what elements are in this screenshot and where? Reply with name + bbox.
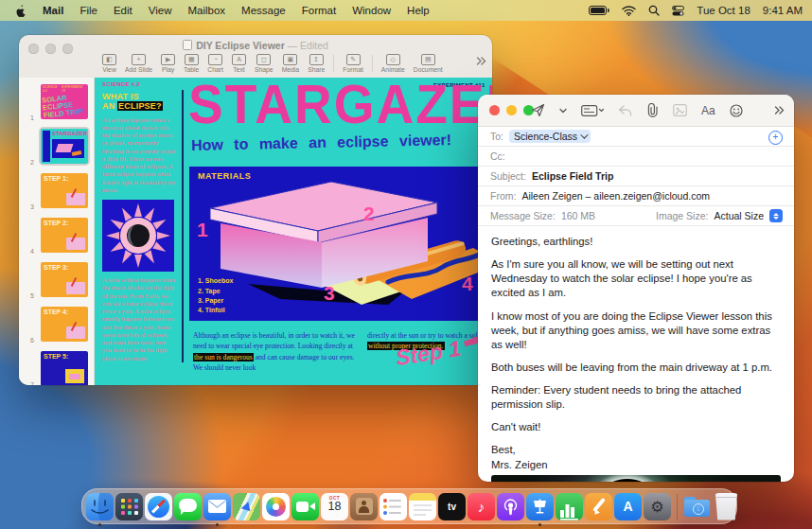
materials-callout-1: 1 [197, 219, 208, 241]
dock-icon-system-settings[interactable]: ⚙ [644, 493, 671, 520]
dock-icon-notes[interactable] [409, 493, 436, 520]
format-aa-icon[interactable]: Aa [701, 104, 715, 117]
close-button[interactable] [489, 105, 500, 115]
to-label: To: [490, 131, 503, 142]
add-recipient-button[interactable]: + [768, 131, 783, 145]
toolbar-text-button[interactable]: AText [232, 54, 246, 73]
dock: OCT18 tv ♪ A ⚙ ↓ [81, 488, 737, 524]
menu-bar-date[interactable]: Tue Oct 18 [697, 5, 750, 16]
body-paragraph: Can't wait! [491, 420, 781, 434]
insert-photo-icon[interactable] [673, 104, 687, 116]
eclipse-photo-attachment[interactable] [491, 475, 781, 482]
dock-icon-contacts[interactable] [350, 493, 378, 520]
message-body[interactable]: Greetings, earthlings! As I'm sure you a… [478, 226, 794, 472]
cc-label: Cc: [490, 150, 505, 162]
toolbar-format-button[interactable]: ✎Format [343, 54, 363, 73]
menu-item-file[interactable]: File [79, 5, 97, 16]
send-icon[interactable] [531, 103, 545, 117]
toolbar-document-button[interactable]: ▤Document [414, 54, 443, 73]
toolbar-shape-button[interactable]: ◻Shape [255, 54, 274, 73]
menu-item-message[interactable]: Message [241, 5, 286, 16]
dock-icon-music[interactable]: ♪ [468, 493, 495, 520]
chevron-down-icon [580, 131, 588, 138]
toolbar-chart-button[interactable]: ◔Chart [207, 54, 223, 73]
header-fields-icon[interactable] [581, 105, 604, 116]
toolbar-view-button[interactable]: ◧View [102, 54, 116, 73]
to-field[interactable]: To: Science-Class + [478, 127, 794, 147]
toolbar-add-slide-button[interactable]: +Add Slide [125, 54, 152, 73]
menu-item-edit[interactable]: Edit [114, 5, 132, 16]
play-icon: ▶ [161, 54, 175, 65]
slide-thumbnail-2[interactable]: STARGAZER [41, 129, 88, 164]
slide-thumbnail-7[interactable]: STEP 5: [41, 351, 88, 385]
dock-icon-keynote[interactable] [526, 493, 554, 520]
to-recipient-token[interactable]: Science-Class [509, 130, 591, 144]
menu-bar: Mail File Edit View Mailbox Message Form… [0, 0, 812, 21]
dock-icon-calendar[interactable]: OCT18 [321, 493, 348, 520]
materials-illustration [189, 167, 492, 321]
dock-icon-podcasts[interactable] [497, 493, 524, 520]
window-controls [489, 105, 534, 115]
message-size-value: 160 MB [561, 210, 595, 221]
keynote-window: DIY Eclipse Viewer — Edited ◧View +Add S… [19, 35, 492, 385]
slide-tag-science: SCIENCE 4.2 [102, 81, 140, 87]
slide-thumbnail-5[interactable]: STEP 3: [41, 262, 88, 297]
slide-number: 5 [25, 292, 34, 299]
menu-item-mail[interactable]: Mail [43, 5, 63, 16]
menu-item-format[interactable]: Format [302, 5, 336, 16]
slide-number: 4 [25, 248, 34, 255]
menu-item-window[interactable]: Window [352, 5, 391, 16]
slide-left-column: WHAT IS AN ECLIPSE? An eclipse happens w… [102, 92, 176, 362]
dock-icon-trash[interactable] [713, 493, 740, 520]
toolbar-play-button[interactable]: ▶Play [161, 54, 175, 73]
toolbar-table-button[interactable]: ▦Table [184, 54, 199, 73]
attach-icon[interactable] [646, 103, 659, 117]
slide-thumbnail-1[interactable]: SCIENCE 4.2EXPERIMENT #9 SOLAR ECLIPSE F… [41, 84, 88, 119]
dock-icon-reminders[interactable] [380, 493, 407, 520]
from-field[interactable]: From: Aileen Zeigen – aileen.zeigen@iclo… [478, 186, 794, 206]
selected-slide-highlight: STARGAZER [39, 127, 90, 166]
slide-thumbnail-6[interactable]: STEP 4: [41, 307, 88, 342]
body-paragraph: Both buses will be leaving from the main… [491, 361, 781, 375]
menu-item-view[interactable]: View [149, 5, 172, 16]
menu-bar-time[interactable]: 9:41 AM [763, 5, 803, 16]
dock-icon-finder[interactable] [86, 493, 114, 520]
dock-icon-mail[interactable] [203, 493, 231, 520]
dock-icon-safari[interactable] [145, 493, 172, 520]
minimize-button[interactable] [506, 105, 517, 115]
slide-thumbnail-3[interactable]: STEP 1: [41, 173, 88, 208]
menu-item-mailbox[interactable]: Mailbox [187, 5, 225, 16]
reply-icon[interactable] [618, 105, 632, 116]
dock-icon-app-store[interactable]: A [614, 493, 642, 520]
control-center-icon[interactable] [672, 6, 684, 16]
dock-icon-launchpad[interactable] [115, 493, 143, 520]
wifi-icon[interactable] [622, 6, 636, 16]
battery-icon[interactable] [589, 6, 609, 15]
slide-thumbnail-4[interactable]: STEP 2: [41, 218, 88, 253]
dock-icon-apple-tv[interactable]: tv [438, 493, 466, 520]
toolbar-animate-button[interactable]: ◇Animate [381, 54, 405, 73]
dock-icon-photos[interactable] [262, 493, 290, 520]
emoji-icon[interactable] [730, 104, 743, 117]
dock-icon-messages[interactable] [174, 493, 202, 520]
more-chevrons-icon[interactable] [774, 106, 785, 115]
chevron-down-icon[interactable] [559, 108, 567, 114]
apple-menu-icon[interactable] [14, 4, 26, 18]
dock-icon-facetime[interactable] [291, 493, 319, 520]
image-size-label: Image Size: [656, 210, 708, 221]
slide-canvas[interactable]: SCIENCE 4.2 EXPERIMENT #11 WHAT IS AN EC… [95, 78, 492, 385]
spotlight-search-icon[interactable] [648, 5, 660, 16]
dock-icon-downloads[interactable]: ↓ [683, 493, 711, 520]
slide-title: STARGAZER [188, 78, 492, 136]
toolbar-share-button[interactable]: ↥Share [308, 54, 325, 73]
image-size-stepper[interactable] [769, 209, 783, 222]
toolbar-overflow-chevron-icon[interactable] [476, 57, 486, 65]
dock-icon-pages[interactable] [585, 493, 612, 520]
cc-field[interactable]: Cc: [478, 147, 794, 167]
animate-icon: ◇ [386, 54, 400, 65]
menu-item-help[interactable]: Help [407, 5, 430, 16]
subject-field[interactable]: Subject: Eclipse Field Trip [478, 167, 794, 186]
toolbar-media-button[interactable]: ▣Media [282, 54, 300, 73]
dock-icon-maps[interactable] [233, 493, 260, 520]
dock-icon-numbers[interactable] [556, 493, 583, 520]
